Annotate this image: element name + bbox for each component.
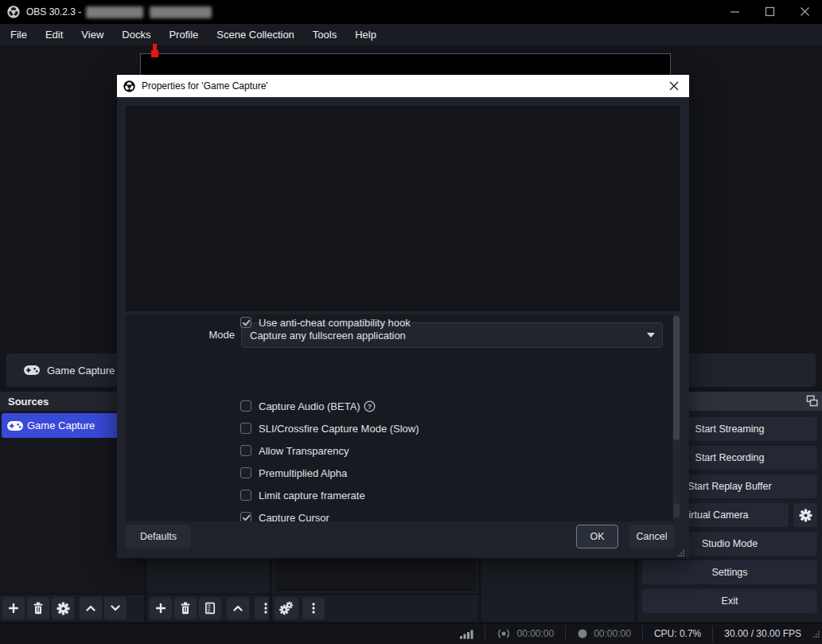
checkbox-premultiplied-alpha[interactable]: Premultiplied Alpha — [240, 465, 347, 481]
broadcast-icon — [497, 628, 511, 639]
dialog-titlebar[interactable]: Properties for 'Game Capture' — [117, 75, 689, 97]
menu-scene-collection[interactable]: Scene Collection — [208, 25, 302, 45]
checkbox-capture-cursor[interactable]: Capture Cursor — [240, 509, 329, 521]
cpu-usage: CPU: 0.7% — [643, 626, 712, 641]
mode-label: Mode — [126, 329, 235, 341]
menu-file[interactable]: File — [2, 25, 35, 45]
move-source-down-button[interactable] — [104, 597, 127, 619]
scenes-toolbar — [147, 594, 269, 622]
remove-source-button[interactable] — [27, 597, 49, 619]
advanced-audio-properties-button[interactable] — [275, 597, 298, 619]
signal-bars-icon — [459, 628, 473, 639]
audio-mixer-toolbar — [272, 594, 478, 622]
dock-popout-icon[interactable] — [806, 395, 818, 410]
maximize-button[interactable] — [752, 0, 787, 23]
gamepad-icon — [24, 365, 40, 376]
sources-toolbar — [0, 594, 144, 622]
context-source-chip: Game Capture — [6, 365, 115, 377]
record-timer: 00:00:00 — [566, 626, 642, 641]
scrollbar-end — [673, 503, 680, 517]
network-status — [448, 626, 485, 641]
settings-button[interactable]: Settings — [642, 560, 817, 584]
filters-button[interactable] — [199, 597, 221, 619]
status-bar: 00:00:00 00:00:00 CPU: 0.7% 30.00 / 30.0… — [0, 623, 822, 644]
checkbox-label: Use anti-cheat compatibility hook — [259, 317, 411, 329]
source-properties-button[interactable] — [52, 597, 74, 619]
checkbox[interactable] — [240, 423, 251, 434]
redacted-title-text — [150, 6, 212, 18]
record-time-value: 00:00:00 — [594, 628, 631, 639]
mode-dropdown-value: Capture any fullscreen application — [250, 330, 406, 342]
remove-button[interactable] — [174, 597, 197, 619]
cancel-button[interactable]: Cancel — [629, 525, 674, 548]
checkbox-label: Capture Cursor — [259, 512, 329, 522]
checkbox-label: Capture Audio (BETA) — [259, 400, 360, 412]
help-icon[interactable] — [364, 400, 376, 412]
checkbox-label: Premultiplied Alpha — [259, 467, 347, 479]
checkbox-sli-crossfire[interactable]: SLI/Crossfire Capture Mode (Slow) — [240, 420, 419, 436]
context-source-label: Game Capture — [47, 365, 115, 377]
menu-profile[interactable]: Profile — [161, 25, 206, 45]
close-button[interactable] — [787, 0, 822, 23]
mixer-options-button[interactable] — [302, 597, 325, 619]
properties-dialog: Properties for 'Game Capture' Mode Captu… — [117, 75, 689, 558]
checkbox-limit-framerate[interactable]: Limit capture framerate — [240, 487, 365, 503]
menu-tools[interactable]: Tools — [305, 25, 345, 45]
minimize-button[interactable] — [717, 0, 752, 23]
source-label: Game Capture — [27, 420, 95, 431]
checkbox[interactable] — [240, 400, 251, 412]
checkbox[interactable] — [240, 512, 251, 521]
redacted-title-text — [86, 6, 143, 18]
obs-logo-icon — [123, 80, 135, 92]
fps-indicator: 30.00 / 30.00 FPS — [713, 626, 812, 641]
checkbox-label: Limit capture framerate — [259, 490, 365, 502]
checkbox[interactable] — [240, 490, 251, 501]
source-selection-handle[interactable] — [151, 50, 158, 57]
move-up-button[interactable] — [227, 597, 249, 619]
stream-timer: 00:00:00 — [485, 626, 565, 641]
dialog-title: Properties for 'Game Capture' — [142, 80, 268, 92]
checkbox-allow-transparency[interactable]: Allow Transparency — [240, 443, 349, 459]
checkbox[interactable] — [240, 467, 251, 478]
more-options-button[interactable] — [255, 597, 269, 619]
obs-main-window: OBS 30.2.3 - File Edit View Docks Profil… — [0, 0, 822, 644]
menu-view[interactable]: View — [73, 25, 111, 45]
menu-docks[interactable]: Docks — [114, 25, 158, 45]
menu-edit[interactable]: Edit — [37, 25, 71, 45]
stream-time-value: 00:00:00 — [516, 628, 554, 639]
exit-button[interactable]: Exit — [642, 589, 817, 613]
obs-logo-icon — [7, 6, 20, 18]
ok-button[interactable]: OK — [576, 525, 618, 548]
record-circle-icon — [577, 628, 588, 639]
checkbox-label: Allow Transparency — [259, 445, 349, 457]
window-titlebar: OBS 30.2.3 - — [0, 0, 822, 24]
checkbox[interactable] — [240, 445, 251, 456]
checkbox[interactable] — [240, 317, 251, 328]
chevron-down-icon — [647, 333, 655, 338]
capture-preview-area — [126, 106, 680, 311]
dialog-resize-grip[interactable] — [677, 546, 685, 560]
menu-help[interactable]: Help — [347, 25, 384, 45]
checkbox-capture-audio[interactable]: Capture Audio (BETA) — [240, 398, 376, 414]
virtual-camera-settings-button[interactable] — [793, 503, 817, 527]
menu-bar: File Edit View Docks Profile Scene Colle… — [0, 24, 822, 45]
defaults-button[interactable]: Defaults — [126, 525, 191, 548]
dialog-close-icon[interactable] — [662, 75, 686, 97]
move-source-up-button[interactable] — [80, 597, 102, 619]
properties-form: Mode Capture any fullscreen application … — [126, 314, 673, 521]
scrollbar-thumb[interactable] — [673, 316, 680, 440]
checkbox-anti-cheat-hook[interactable]: Use anti-cheat compatibility hook — [240, 314, 411, 330]
gamepad-icon — [7, 420, 23, 431]
window-resize-grip[interactable] — [812, 630, 820, 638]
add-button[interactable] — [150, 597, 172, 619]
checkbox-label: SLI/Crossfire Capture Mode (Slow) — [259, 423, 419, 435]
add-source-button[interactable] — [2, 597, 25, 619]
window-title: OBS 30.2.3 - — [26, 6, 81, 18]
